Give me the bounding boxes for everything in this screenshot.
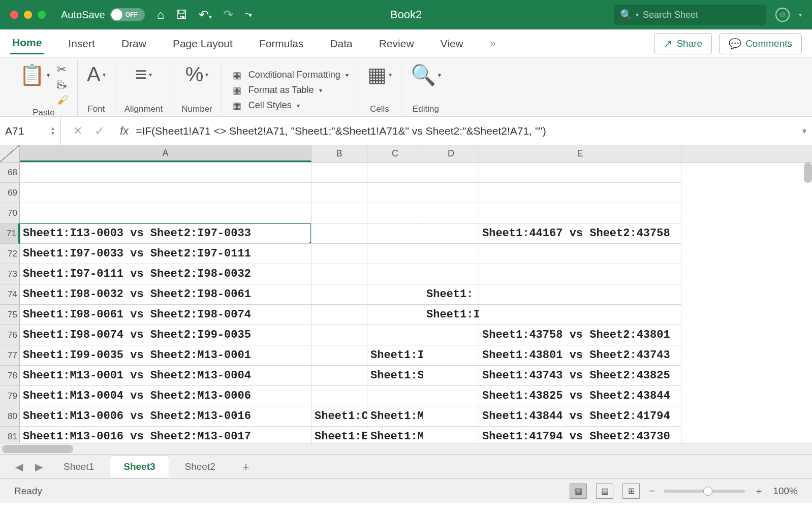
cell[interactable]: Sheet1:M: [367, 406, 423, 427]
cell[interactable]: [311, 244, 367, 264]
alignment-icon[interactable]: ≡▾: [135, 63, 152, 86]
cell[interactable]: Sheet1:I: [423, 305, 479, 325]
cell[interactable]: [311, 203, 367, 223]
row-header[interactable]: 72: [0, 244, 20, 264]
home-icon[interactable]: ⌂: [157, 8, 165, 22]
paste-icon[interactable]: 📋▾: [19, 63, 50, 87]
tab-view[interactable]: View: [439, 34, 465, 54]
cell[interactable]: Sheet1:I97-0033 vs Sheet2:I97-0111: [20, 244, 311, 264]
format-as-table-button[interactable]: ▦Format as Table ▾: [231, 84, 349, 96]
tab-data[interactable]: Data: [328, 34, 354, 54]
cell[interactable]: [479, 163, 681, 183]
cell[interactable]: Sheet1:I13-0003 vs Sheet2:I97-0033: [20, 223, 311, 244]
format-painter-icon[interactable]: 🖌: [57, 93, 68, 107]
chevron-down-icon[interactable]: ▾: [799, 11, 802, 18]
autosave-toggle[interactable]: OFF: [110, 8, 145, 21]
row-header[interactable]: 71: [0, 223, 20, 244]
view-page-layout-icon[interactable]: ▤: [596, 484, 613, 499]
cell[interactable]: [311, 284, 367, 305]
tabs-overflow-icon[interactable]: »: [488, 33, 498, 54]
cell[interactable]: [479, 305, 681, 325]
cell[interactable]: Sheet1:43844 vs Sheet2:41794: [479, 406, 681, 427]
vertical-scrollbar[interactable]: [804, 163, 812, 183]
tab-home[interactable]: Home: [10, 33, 44, 54]
cell[interactable]: [311, 366, 367, 386]
cell[interactable]: Sheet1:M13-0001 vs Sheet2:M13-0004: [20, 366, 311, 386]
cell[interactable]: Sheet1:: [423, 284, 479, 305]
cell[interactable]: Sheet1:43758 vs Sheet2:43801: [479, 325, 681, 345]
view-normal-icon[interactable]: ▦: [570, 484, 587, 499]
cell[interactable]: Sheet1:43743 vs Sheet2:43825: [479, 366, 681, 386]
row-header[interactable]: 70: [0, 203, 20, 223]
col-header-A[interactable]: A: [20, 145, 311, 162]
redo-icon[interactable]: ↷: [223, 8, 233, 22]
cell[interactable]: [423, 386, 479, 406]
fx-icon[interactable]: fx: [120, 124, 129, 138]
cell[interactable]: [367, 305, 423, 325]
view-page-break-icon[interactable]: ⊞: [622, 484, 640, 499]
font-icon[interactable]: A▾: [87, 63, 106, 86]
cell[interactable]: Sheet1:I98-0074 vs Sheet2:I99-0035: [20, 325, 311, 345]
feedback-icon[interactable]: ☺: [775, 8, 790, 22]
cell[interactable]: [311, 345, 367, 366]
cell[interactable]: Sheet1:E: [311, 427, 367, 443]
cell[interactable]: [367, 203, 423, 223]
cell[interactable]: [367, 244, 423, 264]
row-header[interactable]: 68: [0, 163, 20, 183]
cell[interactable]: Sheet1:43825 vs Sheet2:43844: [479, 386, 681, 406]
row-header[interactable]: 76: [0, 325, 20, 345]
conditional-formatting-button[interactable]: ▦Conditional Formatting ▾: [231, 69, 349, 81]
row-header[interactable]: 75: [0, 305, 20, 325]
cell[interactable]: Sheet1:S: [367, 366, 423, 386]
row-header[interactable]: 81: [0, 427, 20, 443]
row-header[interactable]: 69: [0, 183, 20, 203]
zoom-slider[interactable]: [664, 490, 745, 493]
cell[interactable]: [479, 264, 681, 284]
tab-formulas[interactable]: Formulas: [257, 34, 306, 54]
col-header-E[interactable]: E: [479, 145, 681, 162]
col-header-B[interactable]: B: [311, 145, 367, 162]
number-icon[interactable]: %▾: [185, 63, 209, 86]
close-window-icon[interactable]: [10, 11, 18, 19]
cell[interactable]: [367, 163, 423, 183]
search-box[interactable]: 🔍 ▾: [614, 5, 766, 25]
cell[interactable]: [311, 163, 367, 183]
cancel-formula-icon[interactable]: ✕: [73, 124, 82, 138]
undo-icon[interactable]: ↶▾: [199, 8, 212, 22]
horizontal-scrollbar[interactable]: [2, 445, 73, 453]
namebox-spinner-icon[interactable]: ▲▼: [50, 126, 55, 136]
add-sheet-icon[interactable]: ＋: [231, 459, 261, 474]
cell[interactable]: Sheet1:I98-0061 vs Sheet2:I98-0074: [20, 305, 311, 325]
cell[interactable]: [367, 264, 423, 284]
row-header[interactable]: 77: [0, 345, 20, 366]
cell[interactable]: [479, 203, 681, 223]
cell[interactable]: [423, 223, 479, 244]
sheet-tab-sheet1[interactable]: Sheet1: [50, 456, 108, 478]
cell[interactable]: [423, 163, 479, 183]
cell[interactable]: [423, 183, 479, 203]
cell[interactable]: [311, 386, 367, 406]
cell[interactable]: [367, 183, 423, 203]
cells-icon[interactable]: ▦▾: [367, 63, 392, 86]
save-icon[interactable]: 🖫: [175, 8, 188, 22]
cell[interactable]: [423, 244, 479, 264]
row-header[interactable]: 73: [0, 264, 20, 284]
select-all-corner[interactable]: [0, 145, 20, 162]
cell[interactable]: [367, 386, 423, 406]
row-header[interactable]: 74: [0, 284, 20, 305]
cell[interactable]: Sheet1:M13-0004 vs Sheet2:M13-0006: [20, 386, 311, 406]
cell[interactable]: [367, 284, 423, 305]
enter-formula-icon[interactable]: ✓: [95, 124, 105, 138]
minimize-window-icon[interactable]: [24, 11, 32, 19]
cell[interactable]: [20, 183, 311, 203]
cell[interactable]: [479, 244, 681, 264]
cell[interactable]: [367, 325, 423, 345]
cell[interactable]: Sheet1:M13-0006 vs Sheet2:M13-0016: [20, 406, 311, 427]
search-input[interactable]: [643, 10, 761, 20]
cell[interactable]: [423, 406, 479, 427]
cell[interactable]: [367, 223, 423, 244]
search-dropdown-icon[interactable]: ▾: [636, 11, 639, 18]
row-header[interactable]: 80: [0, 406, 20, 427]
tab-review[interactable]: Review: [377, 34, 416, 54]
cell[interactable]: [423, 325, 479, 345]
